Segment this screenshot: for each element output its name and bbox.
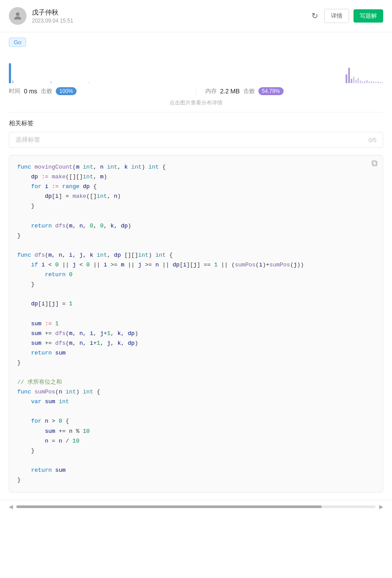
stat-divider bbox=[196, 87, 196, 96]
memory-stat: 内存 2.2 MB 击败 54.79% bbox=[205, 87, 384, 95]
code-section: func movingCount(m int, n int, k int) in… bbox=[9, 155, 383, 493]
write-solution-button[interactable]: 写题解 bbox=[354, 9, 383, 23]
scrollbar-thumb bbox=[16, 505, 322, 508]
scroll-right-arrow[interactable]: ▶ bbox=[379, 504, 383, 510]
chart-bar bbox=[346, 74, 347, 83]
chart-hint[interactable]: 点击图片查看分布详情 bbox=[9, 99, 383, 112]
chart-bar bbox=[369, 81, 370, 83]
user-datetime: 2023.09.04 15:51 bbox=[32, 18, 304, 24]
defeat-time-label: 击败 bbox=[41, 87, 52, 95]
time-chart bbox=[9, 63, 196, 83]
username: 戊子仲秋 bbox=[32, 8, 304, 17]
chart-bar bbox=[371, 81, 372, 83]
header: 戊子仲秋 2023.09.04 15:51 ↻ 详情 写题解 bbox=[0, 0, 392, 32]
detail-button[interactable]: 详情 bbox=[324, 9, 349, 23]
chart-bar bbox=[377, 81, 379, 83]
language-tag[interactable]: Go bbox=[9, 38, 26, 47]
chart-bar bbox=[50, 81, 52, 83]
memory-chart bbox=[196, 68, 383, 83]
chart-bar bbox=[348, 68, 350, 83]
chart-bar bbox=[375, 82, 377, 83]
avatar bbox=[9, 7, 27, 25]
tags-placeholder: 选择标签 bbox=[15, 136, 40, 144]
chart-bar bbox=[355, 80, 357, 83]
scrollbar-track[interactable] bbox=[16, 505, 376, 508]
svg-point-0 bbox=[16, 12, 19, 16]
time-stat: 时间 0 ms 击败 100% bbox=[9, 87, 187, 95]
tag-section: Go bbox=[0, 32, 392, 52]
stats-area: 时间 0 ms 击败 100% 内存 2.2 MB 击败 54.79% 点击图片… bbox=[0, 52, 392, 112]
user-info: 戊子仲秋 2023.09.04 15:51 bbox=[32, 8, 304, 24]
chart-bar bbox=[382, 82, 383, 83]
memory-value: 2.2 MB bbox=[220, 88, 240, 95]
refresh-button[interactable]: ↻ bbox=[310, 9, 320, 23]
chart-bar bbox=[12, 81, 14, 83]
distribution-chart[interactable] bbox=[9, 57, 383, 83]
defeat-mem-label: 击败 bbox=[243, 87, 255, 95]
defeat-mem-badge: 54.79% bbox=[258, 87, 284, 95]
tags-input[interactable]: 选择标签 0/5 bbox=[9, 132, 383, 148]
tags-title: 相关标签 bbox=[9, 119, 383, 127]
scrollbar-area: ◀ ▶ bbox=[0, 500, 392, 513]
tags-section: 相关标签 选择标签 0/5 bbox=[0, 112, 392, 148]
code-content: func movingCount(m int, n int, k int) in… bbox=[9, 155, 383, 492]
chart-bar bbox=[362, 81, 363, 83]
chart-bar bbox=[373, 81, 374, 83]
memory-label: 内存 bbox=[205, 87, 217, 95]
chart-bar bbox=[380, 82, 381, 83]
chart-bar bbox=[9, 63, 11, 83]
copy-button[interactable] bbox=[371, 160, 378, 169]
tags-count: 0/5 bbox=[369, 137, 377, 143]
chart-bar bbox=[88, 82, 90, 83]
header-actions: ↻ 详情 写题解 bbox=[310, 9, 383, 23]
time-label: 时间 bbox=[9, 87, 20, 95]
chart-bar bbox=[357, 78, 359, 83]
chart-bar bbox=[364, 81, 365, 83]
time-value: 0 ms bbox=[24, 88, 37, 95]
chart-bar bbox=[366, 80, 368, 83]
defeat-time-badge: 100% bbox=[56, 87, 77, 95]
chart-bar bbox=[353, 77, 354, 83]
chart-bar bbox=[351, 79, 352, 83]
chart-bar bbox=[360, 81, 361, 83]
scroll-left-arrow[interactable]: ◀ bbox=[9, 504, 13, 510]
stats-row: 时间 0 ms 击败 100% 内存 2.2 MB 击败 54.79% bbox=[9, 87, 383, 96]
